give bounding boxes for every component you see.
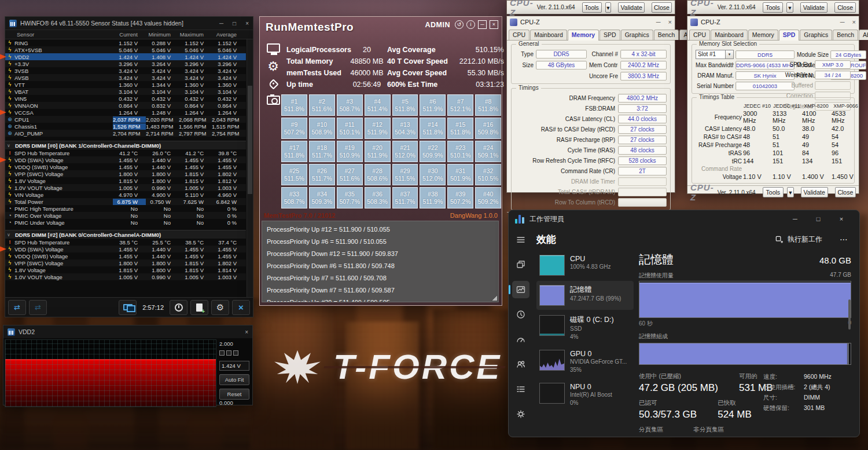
cpuz-tab[interactable]: Mainboard bbox=[530, 30, 567, 40]
cpuz-tab[interactable]: Memory bbox=[748, 30, 778, 40]
cpuz-tab[interactable]: Graphics bbox=[800, 30, 832, 40]
sensor-row[interactable]: VIN Voltage 4.970 V 4.900 V 5.110 V 4.96… bbox=[5, 191, 246, 198]
memtest-instance-cell[interactable]: #16 509.8% bbox=[475, 118, 501, 139]
memtest-instance-cell[interactable]: #17 511.8% bbox=[281, 141, 307, 162]
menu-icon[interactable] bbox=[512, 231, 529, 248]
memtest-instance-cell[interactable]: #23 510.1% bbox=[447, 141, 473, 162]
sensor-row[interactable]: 1.8V Voltage 1.815 V 1.800 V 1.815 V 1.8… bbox=[5, 177, 246, 184]
maximize-button[interactable]: □ bbox=[233, 20, 236, 27]
cpuz-tab[interactable]: CPU bbox=[509, 30, 529, 40]
sensor-row[interactable]: VCCSA 1.264 V 1.248 V 1.264 V 1.264 V bbox=[5, 109, 246, 116]
memtest-instance-cell[interactable]: #4 511.4% bbox=[365, 94, 391, 116]
tools-button[interactable]: Tools bbox=[763, 2, 784, 13]
memtest-instance-cell[interactable]: #5 511.8% bbox=[392, 94, 418, 116]
vdd2-titlebar[interactable]: VDD2 × bbox=[3, 325, 252, 338]
memtest-instance-cell[interactable]: #31 501.9% bbox=[447, 164, 473, 185]
maximize-button[interactable]: □ bbox=[807, 210, 830, 228]
remote-monitor-button[interactable] bbox=[119, 300, 137, 315]
memtest-instance-cell[interactable]: #22 509.9% bbox=[420, 141, 446, 162]
memtest-instance-cell[interactable]: #7 512.1% bbox=[447, 94, 473, 116]
sensor-row[interactable]: AIO_PUMP 2,704 RPM 2,714 RPM 2,797 RPM 2… bbox=[5, 130, 246, 137]
minimize-button[interactable]: ─ bbox=[656, 19, 661, 25]
close-button[interactable]: × bbox=[668, 19, 672, 25]
sensor-row[interactable]: SPD Hub Temperature 38.5 °C 25.5 °C 38.5… bbox=[5, 239, 246, 246]
cpuz-titlebar[interactable]: CPU-Z ─ × bbox=[507, 16, 675, 28]
memtest-instance-cell[interactable]: #2 511.6% bbox=[309, 94, 335, 116]
memtest-instance-cell[interactable]: #19 510.9% bbox=[337, 141, 363, 162]
sensor-row[interactable]: +3.3V 3.296 V 3.264 V 3.296 V 3.296 V bbox=[5, 60, 246, 67]
sensor-row[interactable]: VTT 1.360 V 1.344 V 1.360 V 1.360 V bbox=[5, 81, 246, 88]
close-button[interactable]: × bbox=[830, 210, 853, 228]
memtest-instance-cell[interactable]: #33 508.7% bbox=[281, 187, 307, 208]
run-new-task-button[interactable]: 執行新工作 bbox=[770, 232, 827, 247]
minimize-button[interactable]: ─ bbox=[840, 19, 845, 25]
memtest-instance-cell[interactable]: #15 511.8% bbox=[447, 118, 473, 139]
resource-list-item[interactable]: NPU 0 Intel(R) AI Boost 0% bbox=[536, 379, 634, 411]
sensor-row[interactable]: VNNAON 0.864 V 0.832 V 0.864 V 0.864 V bbox=[5, 102, 246, 109]
nav-back-forward-button-disabled[interactable]: ⇄ bbox=[29, 300, 47, 315]
memtest-instance-cell[interactable]: #38 511.9% bbox=[420, 187, 446, 208]
memtest-instance-cell[interactable]: #11 510.1% bbox=[337, 118, 363, 139]
sensor-row[interactable]: VDDQ (SWB) Voltage 1.455 V 1.440 V 1.455… bbox=[5, 253, 246, 259]
sensor-row[interactable]: Total Power 6.875 W 0.750 W 7.625 W 6.84… bbox=[5, 198, 246, 205]
close-button[interactable]: × bbox=[852, 19, 856, 25]
minimize-button[interactable]: ─ bbox=[784, 210, 807, 228]
sensor-row[interactable]: PMIC High Temperature No No No 0 % bbox=[5, 205, 246, 212]
memtest-instance-cell[interactable]: #18 511.7% bbox=[309, 141, 335, 162]
slot-dropdown[interactable]: Slot #1 ▾ bbox=[696, 50, 734, 59]
app-history-icon[interactable] bbox=[512, 306, 529, 323]
memtest-instance-cell[interactable]: #8 511.8% bbox=[475, 94, 501, 116]
settings-button[interactable]: ⚙ bbox=[211, 300, 229, 315]
validate-button[interactable]: Validate bbox=[800, 2, 828, 13]
cpuz-titlebar[interactable]: CPU-Z ─ × bbox=[687, 16, 859, 28]
sensor-row[interactable]: 1.0V VOUT Voltage 1.005 V 0.990 V 1.005 … bbox=[5, 273, 246, 280]
cpuz-tab[interactable]: SPD bbox=[599, 30, 620, 40]
sensor-row[interactable]: PMIC Over Voltage No No No 0 % bbox=[5, 212, 246, 219]
memtest-instance-cell[interactable]: #20 511.9% bbox=[365, 141, 391, 162]
sensor-row[interactable]: AVSB 3.424 V 3.424 V 3.424 V 3.424 V bbox=[5, 74, 246, 81]
sensor-section-header[interactable]: DDR5 DIMM [#0] (BANK 1/Controller0-Chann… bbox=[5, 141, 246, 149]
close-button[interactable]: Close bbox=[652, 2, 672, 13]
column-header-current[interactable]: Current bbox=[113, 31, 146, 38]
cpuz-tab[interactable]: SPD bbox=[779, 30, 800, 41]
memtest-instance-cell[interactable]: #27 511.6% bbox=[337, 164, 363, 185]
minimize-button[interactable]: ─ bbox=[478, 20, 487, 29]
checkbox[interactable] bbox=[219, 350, 225, 356]
minimize-button[interactable]: ─ bbox=[219, 20, 223, 27]
close-button[interactable]: Close bbox=[835, 187, 856, 197]
logging-button[interactable] bbox=[190, 300, 208, 315]
memtest-instance-cell[interactable]: #36 508.3% bbox=[365, 187, 391, 208]
gear-icon[interactable]: ⚙ bbox=[267, 60, 279, 73]
tools-button[interactable]: Tools bbox=[763, 187, 784, 197]
sensor-row[interactable]: SPD Hub Temperature 41.2 °C 26.0 °C 41.2… bbox=[5, 149, 246, 156]
column-header-maximum[interactable]: Maximum bbox=[179, 31, 212, 38]
close-button[interactable]: × bbox=[245, 20, 249, 27]
resource-list-item[interactable]: GPU 0 NVIDIA GeForce GT... 35% bbox=[536, 346, 634, 378]
memtest-instance-cell[interactable]: #12 511.9% bbox=[365, 118, 391, 139]
cpuz-tab[interactable]: CPU bbox=[689, 30, 710, 40]
column-header-minimum[interactable]: Minimum bbox=[146, 31, 179, 38]
clock-button[interactable] bbox=[170, 300, 187, 315]
memtest-instance-cell[interactable]: #9 507.2% bbox=[281, 118, 307, 139]
memtest-instance-cell[interactable]: #10 508.9% bbox=[309, 118, 335, 139]
resource-list-item[interactable]: CPU 100% 4.83 GHz bbox=[536, 251, 634, 280]
memtest-instance-cell[interactable]: #3 508.7% bbox=[337, 94, 363, 116]
tools-dropdown-icon[interactable]: ▾ bbox=[605, 2, 612, 13]
sensor-row[interactable]: PMIC Under Voltage No No No 0 % bbox=[5, 219, 246, 226]
hwinfo-titlebar[interactable]: HWiNFO® 64 v8.11-5550 Sensor Status [443… bbox=[5, 17, 253, 30]
memtest-instance-cell[interactable]: #21 512.0% bbox=[392, 141, 418, 162]
sensor-row[interactable]: VPP (SWC) Voltage 1.800 V 1.800 V 1.815 … bbox=[5, 259, 246, 266]
memtest-instance-cell[interactable]: #37 511.7% bbox=[392, 187, 418, 208]
startup-apps-icon[interactable] bbox=[512, 331, 529, 348]
sensor-section-header[interactable]: DDR5 DIMM [#2] (BANK 0/Controller0-Chann… bbox=[5, 230, 246, 239]
sensor-row[interactable]: CPU1 2,037 RPM 2,020 RPM 2,068 RPM 2,043… bbox=[5, 116, 246, 123]
tag-icon[interactable] bbox=[268, 79, 278, 89]
memtest-instance-cell[interactable]: #29 511.5% bbox=[392, 164, 418, 185]
memtest-instance-cell[interactable]: #24 509.1% bbox=[475, 141, 501, 162]
cpuz-tab[interactable]: Bench bbox=[654, 30, 679, 40]
memtest-instance-cell[interactable]: #13 504.3% bbox=[392, 118, 418, 139]
column-header-average[interactable]: Average bbox=[212, 31, 245, 38]
tools-dropdown-icon[interactable]: ▾ bbox=[786, 2, 793, 13]
sensor-row[interactable]: RING 1.152 V 0.288 V 1.152 V 1.152 V bbox=[5, 39, 246, 46]
validate-button[interactable]: Validate bbox=[618, 2, 644, 13]
